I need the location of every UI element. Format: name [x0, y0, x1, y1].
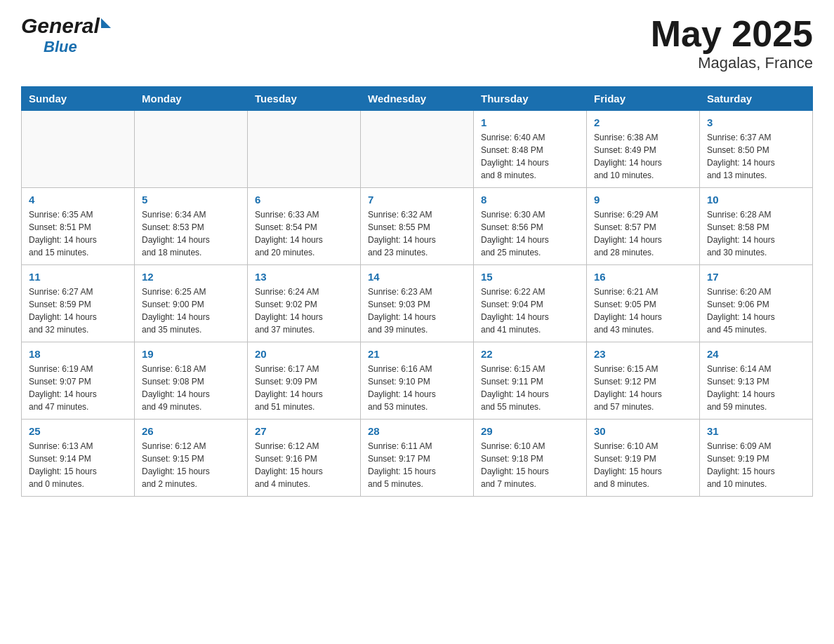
- calendar-day: 17Sunrise: 6:20 AM Sunset: 9:06 PM Dayli…: [700, 265, 813, 342]
- calendar-day: 28Sunrise: 6:11 AM Sunset: 9:17 PM Dayli…: [361, 420, 474, 497]
- day-number: 7: [368, 194, 466, 206]
- calendar-day: 2Sunrise: 6:38 AM Sunset: 8:49 PM Daylig…: [587, 111, 700, 188]
- day-info: Sunrise: 6:18 AM Sunset: 9:08 PM Dayligh…: [142, 363, 240, 413]
- day-number: 23: [594, 348, 692, 360]
- day-info: Sunrise: 6:24 AM Sunset: 9:02 PM Dayligh…: [255, 286, 353, 336]
- calendar-day: 22Sunrise: 6:15 AM Sunset: 9:11 PM Dayli…: [474, 342, 587, 420]
- day-number: 3: [707, 116, 805, 128]
- day-info: Sunrise: 6:17 AM Sunset: 9:09 PM Dayligh…: [255, 363, 353, 413]
- day-number: 29: [481, 425, 579, 437]
- day-number: 21: [368, 348, 466, 360]
- day-info: Sunrise: 6:38 AM Sunset: 8:49 PM Dayligh…: [594, 131, 692, 182]
- logo-general-text: General: [21, 14, 100, 38]
- calendar-day: 3Sunrise: 6:37 AM Sunset: 8:50 PM Daylig…: [700, 111, 813, 188]
- calendar-day: 7Sunrise: 6:32 AM Sunset: 8:55 PM Daylig…: [361, 188, 474, 265]
- day-info: Sunrise: 6:32 AM Sunset: 8:55 PM Dayligh…: [368, 208, 466, 259]
- day-number: 1: [481, 116, 579, 128]
- day-header-thursday: Thursday: [474, 87, 587, 111]
- day-info: Sunrise: 6:34 AM Sunset: 8:53 PM Dayligh…: [142, 208, 240, 259]
- calendar-day: 18Sunrise: 6:19 AM Sunset: 9:07 PM Dayli…: [22, 342, 135, 420]
- day-header-monday: Monday: [135, 87, 248, 111]
- day-info: Sunrise: 6:30 AM Sunset: 8:56 PM Dayligh…: [481, 208, 579, 259]
- day-info: Sunrise: 6:25 AM Sunset: 9:00 PM Dayligh…: [142, 286, 240, 336]
- calendar-day: 26Sunrise: 6:12 AM Sunset: 9:15 PM Dayli…: [135, 420, 248, 497]
- calendar-day: 21Sunrise: 6:16 AM Sunset: 9:10 PM Dayli…: [361, 342, 474, 420]
- calendar-day: 15Sunrise: 6:22 AM Sunset: 9:04 PM Dayli…: [474, 265, 587, 342]
- logo-blue-text: Blue: [44, 38, 77, 55]
- calendar-week-row: 18Sunrise: 6:19 AM Sunset: 9:07 PM Dayli…: [22, 342, 813, 420]
- day-number: 12: [142, 271, 240, 283]
- day-info: Sunrise: 6:27 AM Sunset: 8:59 PM Dayligh…: [29, 286, 127, 336]
- day-info: Sunrise: 6:28 AM Sunset: 8:58 PM Dayligh…: [707, 208, 805, 259]
- calendar-week-row: 11Sunrise: 6:27 AM Sunset: 8:59 PM Dayli…: [22, 265, 813, 342]
- day-info: Sunrise: 6:13 AM Sunset: 9:14 PM Dayligh…: [29, 440, 127, 490]
- day-info: Sunrise: 6:21 AM Sunset: 9:05 PM Dayligh…: [594, 286, 692, 336]
- day-header-friday: Friday: [587, 87, 700, 111]
- calendar-day: [135, 111, 248, 188]
- day-number: 5: [142, 194, 240, 206]
- location-title: Magalas, France: [651, 54, 813, 72]
- day-info: Sunrise: 6:15 AM Sunset: 9:12 PM Dayligh…: [594, 363, 692, 413]
- day-info: Sunrise: 6:29 AM Sunset: 8:57 PM Dayligh…: [594, 208, 692, 259]
- calendar-day: 20Sunrise: 6:17 AM Sunset: 9:09 PM Dayli…: [248, 342, 361, 420]
- day-info: Sunrise: 6:20 AM Sunset: 9:06 PM Dayligh…: [707, 286, 805, 336]
- day-number: 11: [29, 271, 127, 283]
- calendar-day: 1Sunrise: 6:40 AM Sunset: 8:48 PM Daylig…: [474, 111, 587, 188]
- day-info: Sunrise: 6:14 AM Sunset: 9:13 PM Dayligh…: [707, 363, 805, 413]
- calendar-day: 30Sunrise: 6:10 AM Sunset: 9:19 PM Dayli…: [587, 420, 700, 497]
- calendar-week-row: 1Sunrise: 6:40 AM Sunset: 8:48 PM Daylig…: [22, 111, 813, 188]
- day-header-tuesday: Tuesday: [248, 87, 361, 111]
- day-number: 26: [142, 425, 240, 437]
- calendar-week-row: 25Sunrise: 6:13 AM Sunset: 9:14 PM Dayli…: [22, 420, 813, 497]
- day-info: Sunrise: 6:10 AM Sunset: 9:18 PM Dayligh…: [481, 440, 579, 490]
- day-header-sunday: Sunday: [22, 87, 135, 111]
- calendar-day: 13Sunrise: 6:24 AM Sunset: 9:02 PM Dayli…: [248, 265, 361, 342]
- calendar-day: 9Sunrise: 6:29 AM Sunset: 8:57 PM Daylig…: [587, 188, 700, 265]
- calendar-day: 16Sunrise: 6:21 AM Sunset: 9:05 PM Dayli…: [587, 265, 700, 342]
- calendar-day: 27Sunrise: 6:12 AM Sunset: 9:16 PM Dayli…: [248, 420, 361, 497]
- calendar-day: 31Sunrise: 6:09 AM Sunset: 9:19 PM Dayli…: [700, 420, 813, 497]
- day-number: 24: [707, 348, 805, 360]
- day-number: 22: [481, 348, 579, 360]
- day-info: Sunrise: 6:10 AM Sunset: 9:19 PM Dayligh…: [594, 440, 692, 490]
- calendar-week-row: 4Sunrise: 6:35 AM Sunset: 8:51 PM Daylig…: [22, 188, 813, 265]
- day-header-saturday: Saturday: [700, 87, 813, 111]
- calendar-day: [22, 111, 135, 188]
- calendar-day: 19Sunrise: 6:18 AM Sunset: 9:08 PM Dayli…: [135, 342, 248, 420]
- day-info: Sunrise: 6:12 AM Sunset: 9:16 PM Dayligh…: [255, 440, 353, 490]
- calendar-day: 12Sunrise: 6:25 AM Sunset: 9:00 PM Dayli…: [135, 265, 248, 342]
- day-number: 6: [255, 194, 353, 206]
- day-number: 2: [594, 116, 692, 128]
- calendar-day: 4Sunrise: 6:35 AM Sunset: 8:51 PM Daylig…: [22, 188, 135, 265]
- day-info: Sunrise: 6:16 AM Sunset: 9:10 PM Dayligh…: [368, 363, 466, 413]
- day-info: Sunrise: 6:35 AM Sunset: 8:51 PM Dayligh…: [29, 208, 127, 259]
- calendar-table: SundayMondayTuesdayWednesdayThursdayFrid…: [21, 86, 813, 497]
- calendar-day: 29Sunrise: 6:10 AM Sunset: 9:18 PM Dayli…: [474, 420, 587, 497]
- calendar-day: 14Sunrise: 6:23 AM Sunset: 9:03 PM Dayli…: [361, 265, 474, 342]
- day-info: Sunrise: 6:37 AM Sunset: 8:50 PM Dayligh…: [707, 131, 805, 182]
- calendar-day: 5Sunrise: 6:34 AM Sunset: 8:53 PM Daylig…: [135, 188, 248, 265]
- day-number: 17: [707, 271, 805, 283]
- day-number: 20: [255, 348, 353, 360]
- day-info: Sunrise: 6:19 AM Sunset: 9:07 PM Dayligh…: [29, 363, 127, 413]
- calendar-day: [248, 111, 361, 188]
- calendar-day: 25Sunrise: 6:13 AM Sunset: 9:14 PM Dayli…: [22, 420, 135, 497]
- calendar-day: 24Sunrise: 6:14 AM Sunset: 9:13 PM Dayli…: [700, 342, 813, 420]
- day-number: 18: [29, 348, 127, 360]
- day-number: 14: [368, 271, 466, 283]
- logo-arrow-icon: [101, 18, 111, 28]
- calendar-day: [361, 111, 474, 188]
- day-number: 30: [594, 425, 692, 437]
- calendar-day: 8Sunrise: 6:30 AM Sunset: 8:56 PM Daylig…: [474, 188, 587, 265]
- calendar-day: 10Sunrise: 6:28 AM Sunset: 8:58 PM Dayli…: [700, 188, 813, 265]
- day-info: Sunrise: 6:09 AM Sunset: 9:19 PM Dayligh…: [707, 440, 805, 490]
- day-info: Sunrise: 6:23 AM Sunset: 9:03 PM Dayligh…: [368, 286, 466, 336]
- calendar-day: 11Sunrise: 6:27 AM Sunset: 8:59 PM Dayli…: [22, 265, 135, 342]
- day-number: 13: [255, 271, 353, 283]
- calendar-day: 6Sunrise: 6:33 AM Sunset: 8:54 PM Daylig…: [248, 188, 361, 265]
- day-info: Sunrise: 6:15 AM Sunset: 9:11 PM Dayligh…: [481, 363, 579, 413]
- page-header: General Blue May 2025 Magalas, France: [21, 14, 813, 72]
- title-section: May 2025 Magalas, France: [651, 14, 813, 72]
- day-number: 9: [594, 194, 692, 206]
- day-number: 8: [481, 194, 579, 206]
